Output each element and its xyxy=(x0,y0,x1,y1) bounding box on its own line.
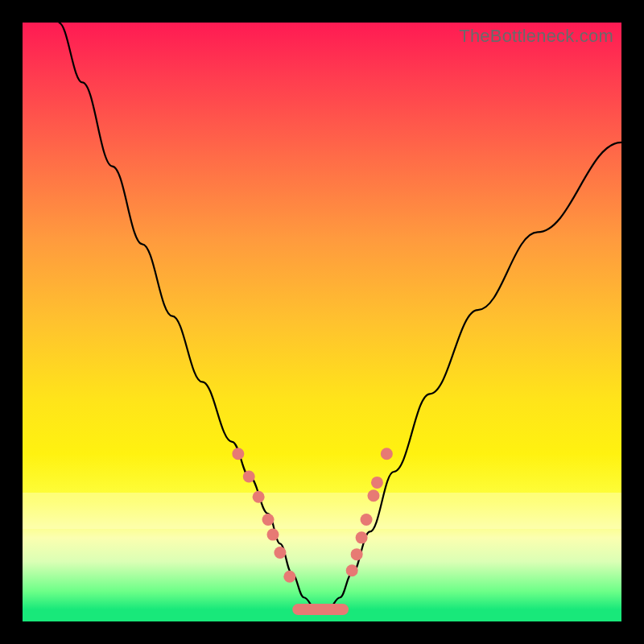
marker-right-6 xyxy=(381,448,393,460)
marker-left-0 xyxy=(232,448,244,460)
marker-right-1 xyxy=(351,548,363,560)
markers-right xyxy=(346,448,393,576)
marker-left-5 xyxy=(274,547,286,559)
marker-right-0 xyxy=(346,564,358,576)
chart-frame: TheBottleneck.com xyxy=(0,0,644,644)
marker-right-4 xyxy=(367,489,379,502)
marker-left-1 xyxy=(243,470,255,482)
plot-area: TheBottleneck.com xyxy=(23,23,621,621)
marker-left-2 xyxy=(253,491,265,503)
curve-svg xyxy=(23,23,621,621)
marker-left-4 xyxy=(266,529,279,541)
marker-left-3 xyxy=(262,514,275,526)
marker-right-3 xyxy=(361,514,373,526)
bottleneck-curve xyxy=(59,23,621,609)
marker-left-6 xyxy=(283,571,295,583)
marker-right-2 xyxy=(356,531,368,543)
marker-right-5 xyxy=(371,477,383,489)
